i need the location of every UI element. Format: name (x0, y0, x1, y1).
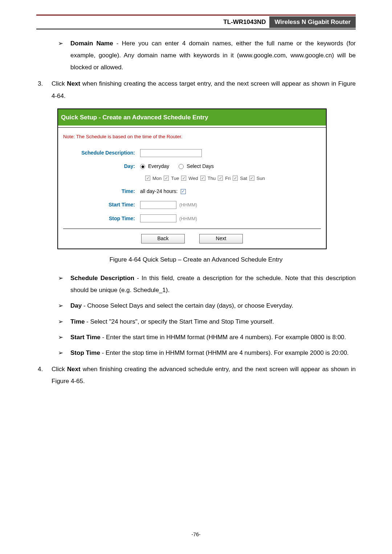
back-button[interactable]: Back (141, 234, 185, 243)
label-schedule-description: Schedule Description: (63, 148, 140, 158)
bullet-label: Day (70, 302, 82, 309)
row-day: Day: Everyday Select Days (63, 161, 321, 171)
checkbox-tue[interactable]: ✓ (164, 176, 169, 181)
model-number: TL-WR1043ND (220, 16, 269, 28)
stop-time-input[interactable] (140, 214, 176, 222)
step-number: 3. (36, 78, 52, 102)
label-time: Time: (63, 186, 140, 196)
bullet-body: - Here you can enter 4 domain names, eit… (70, 40, 356, 71)
figure-caption: Figure 4-64 Quick Setup – Create an Adva… (36, 254, 356, 266)
bullet-body: - Enter the stop time in HHMM format (HH… (100, 349, 349, 356)
step-4: 4. Click Next when finishing creating th… (36, 363, 356, 387)
product-name: Wireless N Gigabit Router (269, 16, 356, 28)
label-sun: Sun (257, 174, 265, 183)
label-start-time: Start Time: (63, 200, 140, 210)
figure-button-row: Back Next (63, 229, 321, 243)
step-post: when finishing creating the advanced sch… (52, 366, 356, 385)
day-checkbox-row: ✓Mon ✓Tue ✓Wed ✓Thu ✓Fri ✓Sat ✓Sun (145, 174, 321, 183)
bullet-domain-name: ➢ Domain Name - Here you can enter 4 dom… (58, 37, 356, 73)
bullet-stop-time: ➢ Stop Time - Enter the stop time in HHM… (58, 347, 356, 359)
radio-select-days-label: Select Days (187, 161, 214, 171)
header-row: TL-WR1043ND Wireless N Gigabit Router (36, 16, 356, 28)
checkbox-mon[interactable]: ✓ (145, 176, 150, 181)
bullet-text: Domain Name - Here you can enter 4 domai… (70, 37, 356, 73)
row-time: Time: all day-24 hours: ✓ (63, 186, 321, 196)
schedule-description-input[interactable] (140, 149, 202, 157)
step-text: Click Next when finishing creating the a… (52, 78, 356, 102)
bullet-schedule-description: ➢ Schedule Description - In this field, … (58, 272, 356, 296)
row-stop-time: Stop Time: (HHMM) (63, 214, 321, 223)
checkbox-allday[interactable]: ✓ (181, 189, 186, 194)
label-tue: Tue (171, 174, 179, 183)
bullet-arrow-icon: ➢ (58, 331, 70, 343)
start-time-hint: (HHMM) (179, 200, 197, 209)
allday-label: all day-24 hours: (140, 186, 178, 196)
bullet-start-time: ➢ Start Time - Enter the start time in H… (58, 331, 356, 343)
figure-box: Quick Setup - Create an Advanced Schedul… (57, 108, 327, 249)
step-bold: Next (67, 366, 81, 373)
bullet-arrow-icon: ➢ (58, 316, 70, 328)
stop-time-hint: (HHMM) (179, 214, 197, 223)
step-bold: Next (67, 80, 80, 87)
step-pre: Click (52, 366, 67, 373)
bullet-text: Time - Select "24 hours", or specify the… (70, 316, 356, 328)
figure-body: Note: The Schedule is based on the time … (58, 128, 326, 249)
page-number: -76- (0, 532, 392, 537)
radio-everyday-label: Everyday (148, 161, 169, 171)
label-fri: Fri (225, 174, 230, 183)
step-number: 4. (36, 363, 52, 387)
step-3: 3. Click Next when finishing creating th… (36, 78, 356, 102)
label-thu: Thu (208, 174, 216, 183)
header-top-rule (36, 15, 356, 16)
radio-everyday[interactable] (140, 164, 145, 169)
label-wed: Wed (188, 174, 198, 183)
bullet-body: - Enter the start time in HHMM format (H… (101, 334, 346, 341)
next-button[interactable]: Next (199, 234, 243, 243)
label-stop-time: Stop Time: (63, 214, 140, 223)
header-bottom-rule (36, 29, 356, 29)
bullet-day: ➢ Day - Choose Select Days and select th… (58, 300, 356, 312)
label-sat: Sat (240, 174, 247, 183)
figure-title: Quick Setup - Create an Advanced Schedul… (58, 109, 326, 126)
bullet-label: Schedule Description (70, 275, 134, 282)
bullet-text: Start Time - Enter the start time in HHM… (70, 331, 356, 343)
bullet-label: Time (70, 318, 85, 325)
bullet-body: - Select "24 hours", or specify the Star… (85, 318, 274, 325)
checkbox-sun[interactable]: ✓ (249, 176, 254, 181)
row-schedule-description: Schedule Description: (63, 148, 321, 158)
radio-select-days[interactable] (179, 164, 184, 169)
checkbox-wed[interactable]: ✓ (181, 176, 186, 181)
page: TL-WR1043ND Wireless N Gigabit Router ➢ … (0, 0, 392, 554)
figure-note: Note: The Schedule is based on the time … (63, 132, 321, 141)
row-start-time: Start Time: (HHMM) (63, 200, 321, 210)
figure-4-64: Quick Setup - Create an Advanced Schedul… (57, 108, 356, 249)
bullet-label: Start Time (70, 334, 101, 341)
step-text: Click Next when finishing creating the a… (52, 363, 356, 387)
bullet-body: - Choose Select Days and select the cert… (82, 302, 293, 309)
bullet-label: Stop Time (70, 349, 100, 356)
checkbox-sat[interactable]: ✓ (233, 176, 238, 181)
bullet-text: Day - Choose Select Days and select the … (70, 300, 356, 312)
bullet-arrow-icon: ➢ (58, 37, 70, 73)
body: ➢ Domain Name - Here you can enter 4 dom… (36, 37, 356, 387)
bullet-text: Schedule Description - In this field, cr… (70, 272, 356, 296)
bullet-arrow-icon: ➢ (58, 347, 70, 359)
bullet-text: Stop Time - Enter the stop time in HHMM … (70, 347, 356, 359)
checkbox-thu[interactable]: ✓ (200, 176, 205, 181)
step-pre: Click (52, 80, 67, 87)
start-time-input[interactable] (140, 201, 176, 209)
label-mon: Mon (152, 174, 162, 183)
checkbox-fri[interactable]: ✓ (218, 176, 223, 181)
bullet-arrow-icon: ➢ (58, 272, 70, 296)
bullet-label: Domain Name (70, 40, 113, 47)
bullet-time: ➢ Time - Select "24 hours", or specify t… (58, 316, 356, 328)
label-day: Day: (63, 161, 140, 171)
bullet-arrow-icon: ➢ (58, 300, 70, 312)
step-post: when finishing creating the access targe… (52, 80, 356, 99)
